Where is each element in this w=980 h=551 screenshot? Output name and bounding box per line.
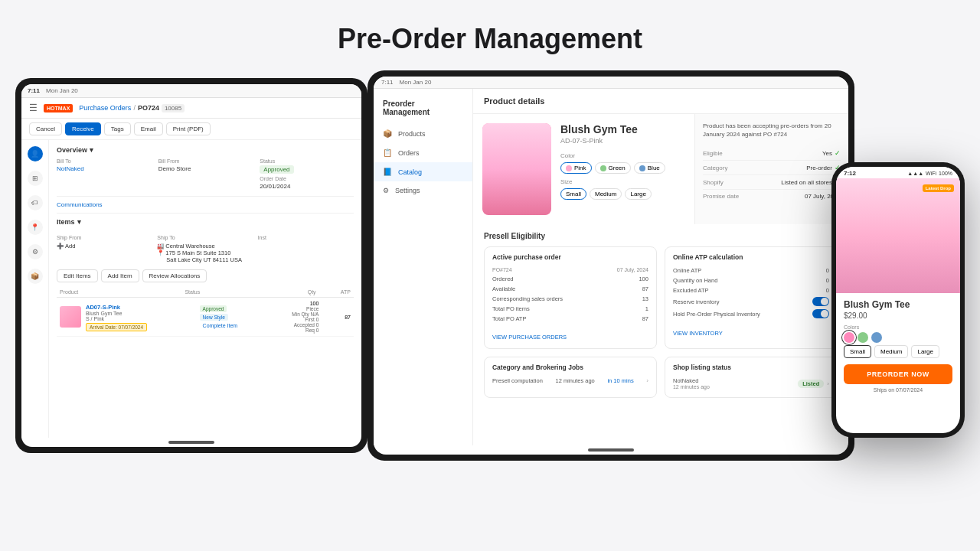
breadcrumb-link[interactable]: Purchase Orders: [79, 104, 131, 112]
color-label: Color: [560, 152, 685, 159]
sidebar-icon-settings[interactable]: ⚙: [28, 244, 43, 259]
shop-listing-title: Shop listing status: [673, 364, 829, 371]
tc-product-details: Blush Gym Tee AD-07-S-Pink Color Pink: [560, 123, 685, 200]
menu-icon[interactable]: ☰: [29, 103, 38, 113]
excluded-atp-row: Excluded ATP 0: [673, 285, 829, 295]
communications-section[interactable]: Communications: [57, 201, 354, 208]
inst-col: Inst: [258, 235, 354, 263]
color-pink[interactable]: Pink: [560, 162, 592, 174]
phone-product-image: Latest Drop: [836, 178, 960, 293]
reserve-toggle[interactable]: [812, 297, 829, 306]
promise-date-row: Promise date 07 July, 2024: [703, 190, 841, 203]
sidebar-icon-box[interactable]: 📦: [28, 269, 43, 284]
shop-status-row: NotNaked 12 minutes ago Listed ›: [673, 376, 829, 391]
print-button[interactable]: Print (PDF): [166, 122, 211, 135]
shop-listed-badge: Listed: [798, 380, 824, 388]
size-large[interactable]: Large: [625, 188, 651, 200]
new-badge: Latest Drop: [923, 184, 954, 192]
min-qty: Min Qty N/A: [286, 311, 319, 317]
ordered-label: Ordered: [492, 276, 514, 282]
po-actions: Cancel Receive Tags Email Print (PDF): [21, 119, 361, 140]
hold-label: Hold Pre-Order Physical Inventory: [673, 311, 760, 318]
size-small[interactable]: Small: [560, 188, 586, 200]
shopify-row: Shopify Listed on all stores ✓: [703, 175, 841, 190]
req-val: Req 0: [286, 328, 319, 333]
tags-button[interactable]: Tags: [104, 122, 131, 135]
bill-from-value: Demo Store: [158, 165, 253, 172]
size-label: Size: [560, 178, 685, 185]
tc-main: Product details Blush Gym Tee AD-07-S-Pi…: [473, 89, 848, 445]
sidebar-icon-grid[interactable]: ⊞: [28, 171, 43, 186]
color-options: Pink Green Blue: [560, 162, 685, 174]
tc-body: Preorder Management 📦 Products 📋 Orders …: [374, 89, 848, 445]
home-indicator-area: [21, 438, 361, 447]
hold-toggle[interactable]: [812, 309, 829, 318]
edit-items-button[interactable]: Edit Items: [57, 269, 98, 282]
complete-item-link[interactable]: Complete Item: [200, 322, 241, 329]
online-atp-card: Online ATP calculation Online ATP 0 Quan…: [665, 246, 838, 349]
review-allocations-button[interactable]: Review Allocations: [142, 269, 207, 282]
available-row: Available 87: [492, 284, 648, 294]
view-purchase-orders-link[interactable]: VIEW PURCHASE ORDERS: [492, 334, 567, 341]
phone-size-medium[interactable]: Medium: [874, 345, 908, 358]
email-button[interactable]: Email: [134, 122, 163, 135]
presell-time: 12 minutes ago: [556, 377, 595, 384]
phone-size-large[interactable]: Large: [911, 345, 939, 358]
tablet-left-time: 7:11: [28, 87, 40, 94]
green-dot: [600, 165, 606, 171]
tablet-center: 7:11 Mon Jan 20 Preorder Management 📦 Pr…: [368, 70, 854, 461]
total-po-atp-row: Total PO ATP 87: [492, 314, 648, 324]
po-main: Overview ▾ Bill To NotNaked Bill From De…: [49, 140, 361, 438]
sidebar-item-catalog[interactable]: 📘 Catalog: [374, 162, 472, 181]
table-row[interactable]: AD07-S-Pink Blush Gym Tee S / Pink Arriv…: [57, 298, 354, 337]
phone-size-small[interactable]: Small: [844, 345, 871, 358]
po-date: 07 July, 2024: [617, 267, 648, 272]
cancel-button[interactable]: Cancel: [29, 122, 62, 135]
size-medium[interactable]: Medium: [590, 188, 622, 200]
ship-from-label: Ship From: [57, 235, 152, 240]
new-style-tag: New Style: [200, 314, 228, 321]
product-info: AD07-S-Pink Blush Gym Tee S / Pink Arriv…: [86, 304, 195, 331]
color-blue[interactable]: Blue: [634, 162, 665, 174]
available-value: 87: [642, 285, 648, 292]
phone-color-blue[interactable]: [871, 332, 882, 343]
eligible-value: Yes ✓: [822, 149, 841, 157]
sidebar-item-products[interactable]: 📦 Products: [374, 124, 472, 143]
breadcrumb-current: PO724: [138, 104, 159, 112]
presell-section: Presell Eligibility Active purchase orde…: [473, 224, 848, 357]
phone-screen: 7:12 ▲▲▲ WiFi 100% Latest Drop Blush Gym…: [836, 167, 960, 433]
presell-computation-label: Presell computation: [492, 377, 543, 384]
sidebar-item-orders[interactable]: 📋 Orders: [374, 143, 472, 162]
ship-from-add[interactable]: ➕Add: [57, 243, 152, 249]
shop-name: NotNaked: [673, 377, 710, 384]
phone-color-pink[interactable]: [844, 332, 854, 343]
sidebar-icon-location[interactable]: 📍: [28, 220, 43, 235]
tc-day: Mon Jan 20: [400, 79, 432, 86]
sidebar-products-label: Products: [398, 130, 426, 138]
divider-2: [57, 213, 354, 214]
shopify-label: Shopify: [703, 179, 724, 186]
online-atp-label: Online ATP: [673, 267, 701, 274]
sidebar-item-settings[interactable]: ⚙ Settings: [374, 181, 472, 200]
sidebar-icon-tag[interactable]: 🏷: [28, 195, 43, 210]
tc-preorder-info: Product has been accepting pre-orders fr…: [695, 114, 848, 224]
status-cell: Status Approved Order Date 20/01/2024: [260, 158, 354, 190]
phone-size-options: Small Medium Large: [844, 345, 952, 358]
add-item-button[interactable]: Add Item: [101, 269, 139, 282]
phone-color-green[interactable]: [858, 332, 868, 343]
product-sku[interactable]: AD07-S-Pink: [86, 304, 195, 311]
receive-button[interactable]: Receive: [65, 122, 101, 135]
view-inventory-link[interactable]: VIEW INVENTORY: [673, 330, 723, 337]
presell-grid: Active purchase order PO#724 07 July, 20…: [484, 246, 838, 349]
color-green[interactable]: Green: [595, 162, 631, 174]
category-brokering-title: Category and Brokering Jobs: [492, 364, 648, 371]
active-po-card: Active purchase order PO#724 07 July, 20…: [484, 246, 657, 349]
ordered-value: 100: [639, 276, 648, 282]
preorder-now-button[interactable]: PREORDER NOW: [844, 364, 952, 384]
hold-row: Hold Pre-Order Physical Inventory: [673, 308, 829, 320]
po-header-row: PO#724 07 July, 2024: [492, 266, 648, 274]
tablet-left-topbar: 7:11 Mon Jan 20: [21, 84, 361, 98]
bill-to-value[interactable]: NotNaked: [57, 165, 151, 172]
ordered-row: Ordered 100: [492, 274, 648, 284]
sidebar-icon-user[interactable]: 👤: [28, 146, 43, 161]
